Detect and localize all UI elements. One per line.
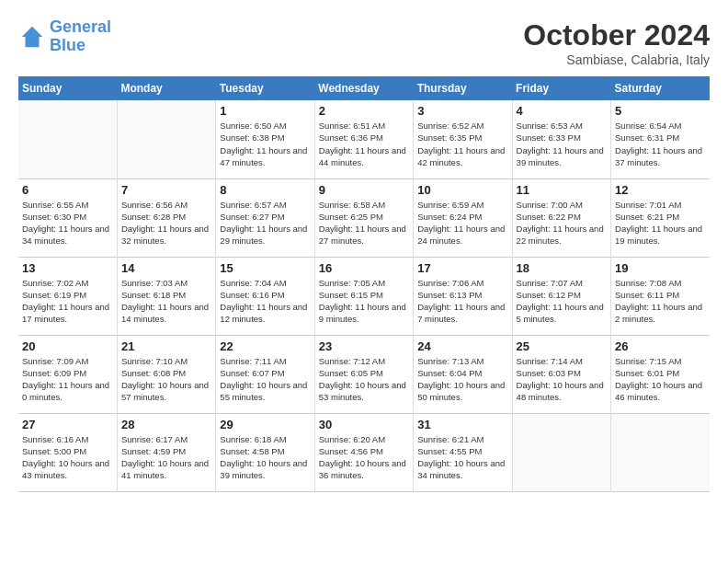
calendar-day-cell: 3Sunrise: 6:52 AMSunset: 6:35 PMDaylight… <box>414 100 512 178</box>
day-number: 30 <box>319 418 409 431</box>
calendar-day-cell <box>611 413 710 491</box>
day-info: Sunrise: 7:12 AMSunset: 6:05 PMDaylight:… <box>319 355 409 404</box>
day-info: Sunrise: 7:13 AMSunset: 6:04 PMDaylight:… <box>417 355 507 404</box>
day-info: Sunrise: 6:57 AMSunset: 6:27 PMDaylight:… <box>220 199 310 247</box>
calendar-day-cell: 13Sunrise: 7:02 AMSunset: 6:19 PMDayligh… <box>18 257 117 335</box>
day-info: Sunrise: 6:54 AMSunset: 6:31 PMDaylight:… <box>615 120 706 168</box>
calendar-day-cell: 17Sunrise: 7:06 AMSunset: 6:13 PMDayligh… <box>414 257 512 335</box>
day-number: 5 <box>615 104 706 118</box>
calendar-day-cell: 1Sunrise: 6:50 AMSunset: 6:38 PMDaylight… <box>216 100 314 178</box>
day-info: Sunrise: 6:16 AMSunset: 5:00 PMDaylight:… <box>22 433 113 482</box>
day-info: Sunrise: 6:56 AMSunset: 6:28 PMDaylight:… <box>121 199 211 247</box>
calendar-day-cell: 14Sunrise: 7:03 AMSunset: 6:18 PMDayligh… <box>117 257 215 335</box>
calendar-day-cell: 22Sunrise: 7:11 AMSunset: 6:07 PMDayligh… <box>216 335 314 413</box>
calendar-day-cell: 4Sunrise: 6:53 AMSunset: 6:33 PMDaylight… <box>512 100 610 178</box>
day-number: 8 <box>220 183 310 197</box>
calendar-day-cell: 11Sunrise: 7:00 AMSunset: 6:22 PMDayligh… <box>512 178 610 257</box>
day-info: Sunrise: 6:21 AMSunset: 4:55 PMDaylight:… <box>417 433 507 482</box>
calendar-day-cell: 21Sunrise: 7:10 AMSunset: 6:08 PMDayligh… <box>117 335 215 413</box>
day-info: Sunrise: 7:09 AMSunset: 6:09 PMDaylight:… <box>22 355 113 404</box>
logo-text: General Blue <box>50 18 111 55</box>
day-of-week-header: Monday <box>117 76 215 100</box>
day-number: 24 <box>417 339 507 353</box>
calendar-week-row: 6Sunrise: 6:55 AMSunset: 6:30 PMDaylight… <box>18 178 710 257</box>
calendar-day-cell <box>117 100 215 178</box>
day-info: Sunrise: 7:06 AMSunset: 6:13 PMDaylight:… <box>417 277 507 326</box>
day-info: Sunrise: 6:52 AMSunset: 6:35 PMDaylight:… <box>417 120 507 168</box>
calendar-day-cell: 24Sunrise: 7:13 AMSunset: 6:04 PMDayligh… <box>414 335 512 413</box>
day-number: 10 <box>417 183 507 197</box>
day-info: Sunrise: 6:17 AMSunset: 4:59 PMDaylight:… <box>121 433 211 482</box>
day-of-week-header: Tuesday <box>216 76 314 100</box>
day-number: 22 <box>220 339 310 353</box>
calendar-day-cell: 10Sunrise: 6:59 AMSunset: 6:24 PMDayligh… <box>414 178 512 257</box>
calendar-day-cell <box>512 413 610 491</box>
title-block: October 2024 Sambiase, Calabria, Italy <box>523 18 710 67</box>
calendar-day-cell: 18Sunrise: 7:07 AMSunset: 6:12 PMDayligh… <box>512 257 610 335</box>
calendar-day-cell: 15Sunrise: 7:04 AMSunset: 6:16 PMDayligh… <box>216 257 314 335</box>
calendar-week-row: 20Sunrise: 7:09 AMSunset: 6:09 PMDayligh… <box>18 335 710 413</box>
day-number: 27 <box>22 418 113 431</box>
day-info: Sunrise: 7:04 AMSunset: 6:16 PMDaylight:… <box>220 277 310 326</box>
day-of-week-header: Friday <box>512 76 610 100</box>
day-number: 16 <box>319 261 409 275</box>
calendar-day-cell: 29Sunrise: 6:18 AMSunset: 4:58 PMDayligh… <box>216 413 314 491</box>
day-info: Sunrise: 6:50 AMSunset: 6:38 PMDaylight:… <box>220 120 310 168</box>
day-info: Sunrise: 6:51 AMSunset: 6:36 PMDaylight:… <box>319 120 409 168</box>
location-subtitle: Sambiase, Calabria, Italy <box>523 52 710 67</box>
calendar-day-cell: 26Sunrise: 7:15 AMSunset: 6:01 PMDayligh… <box>611 335 710 413</box>
day-info: Sunrise: 6:59 AMSunset: 6:24 PMDaylight:… <box>417 199 507 247</box>
calendar-day-cell <box>18 100 117 178</box>
day-info: Sunrise: 7:00 AMSunset: 6:22 PMDaylight:… <box>517 199 607 247</box>
calendar-day-cell: 5Sunrise: 6:54 AMSunset: 6:31 PMDaylight… <box>611 100 710 178</box>
day-info: Sunrise: 6:53 AMSunset: 6:33 PMDaylight:… <box>517 120 607 168</box>
day-info: Sunrise: 6:55 AMSunset: 6:30 PMDaylight:… <box>22 199 113 247</box>
day-of-week-header: Thursday <box>414 76 512 100</box>
day-info: Sunrise: 7:01 AMSunset: 6:21 PMDaylight:… <box>615 199 706 247</box>
calendar-table: SundayMondayTuesdayWednesdayThursdayFrid… <box>18 76 710 492</box>
calendar-day-cell: 6Sunrise: 6:55 AMSunset: 6:30 PMDaylight… <box>18 178 117 257</box>
day-info: Sunrise: 6:58 AMSunset: 6:25 PMDaylight:… <box>319 199 409 247</box>
day-info: Sunrise: 7:11 AMSunset: 6:07 PMDaylight:… <box>220 355 310 404</box>
day-info: Sunrise: 7:02 AMSunset: 6:19 PMDaylight:… <box>22 277 113 326</box>
day-number: 12 <box>615 183 706 197</box>
day-number: 31 <box>417 418 507 431</box>
calendar-day-cell: 30Sunrise: 6:20 AMSunset: 4:56 PMDayligh… <box>314 413 413 491</box>
calendar-day-cell: 7Sunrise: 6:56 AMSunset: 6:28 PMDaylight… <box>117 178 215 257</box>
logo: General Blue <box>18 18 111 55</box>
calendar-week-row: 1Sunrise: 6:50 AMSunset: 6:38 PMDaylight… <box>18 100 710 178</box>
calendar-day-cell: 31Sunrise: 6:21 AMSunset: 4:55 PMDayligh… <box>414 413 512 491</box>
calendar-header: SundayMondayTuesdayWednesdayThursdayFrid… <box>18 76 710 100</box>
day-of-week-header: Wednesday <box>314 76 413 100</box>
day-number: 28 <box>121 418 211 431</box>
calendar-day-cell: 25Sunrise: 7:14 AMSunset: 6:03 PMDayligh… <box>512 335 610 413</box>
day-number: 25 <box>517 339 607 353</box>
calendar-day-cell: 8Sunrise: 6:57 AMSunset: 6:27 PMDaylight… <box>216 178 314 257</box>
day-number: 2 <box>319 104 409 118</box>
day-number: 11 <box>517 183 607 197</box>
calendar-body: 1Sunrise: 6:50 AMSunset: 6:38 PMDaylight… <box>18 100 710 491</box>
day-number: 1 <box>220 104 310 118</box>
calendar-day-cell: 2Sunrise: 6:51 AMSunset: 6:36 PMDaylight… <box>314 100 413 178</box>
calendar-day-cell: 23Sunrise: 7:12 AMSunset: 6:05 PMDayligh… <box>314 335 413 413</box>
page-header: General Blue October 2024 Sambiase, Cala… <box>18 18 710 67</box>
day-number: 9 <box>319 183 409 197</box>
day-number: 18 <box>517 261 607 275</box>
day-info: Sunrise: 6:20 AMSunset: 4:56 PMDaylight:… <box>319 433 409 482</box>
day-number: 15 <box>220 261 310 275</box>
calendar-day-cell: 19Sunrise: 7:08 AMSunset: 6:11 PMDayligh… <box>611 257 710 335</box>
calendar-day-cell: 16Sunrise: 7:05 AMSunset: 6:15 PMDayligh… <box>314 257 413 335</box>
day-number: 21 <box>121 339 211 353</box>
day-number: 4 <box>517 104 607 118</box>
day-of-week-header: Saturday <box>611 76 710 100</box>
day-number: 20 <box>22 339 113 353</box>
logo-icon <box>18 23 46 51</box>
day-number: 17 <box>417 261 507 275</box>
day-info: Sunrise: 7:08 AMSunset: 6:11 PMDaylight:… <box>615 277 706 326</box>
calendar-day-cell: 20Sunrise: 7:09 AMSunset: 6:09 PMDayligh… <box>18 335 117 413</box>
calendar-day-cell: 12Sunrise: 7:01 AMSunset: 6:21 PMDayligh… <box>611 178 710 257</box>
day-number: 26 <box>615 339 706 353</box>
day-number: 29 <box>220 418 310 431</box>
month-title: October 2024 <box>523 18 710 52</box>
day-number: 19 <box>615 261 706 275</box>
